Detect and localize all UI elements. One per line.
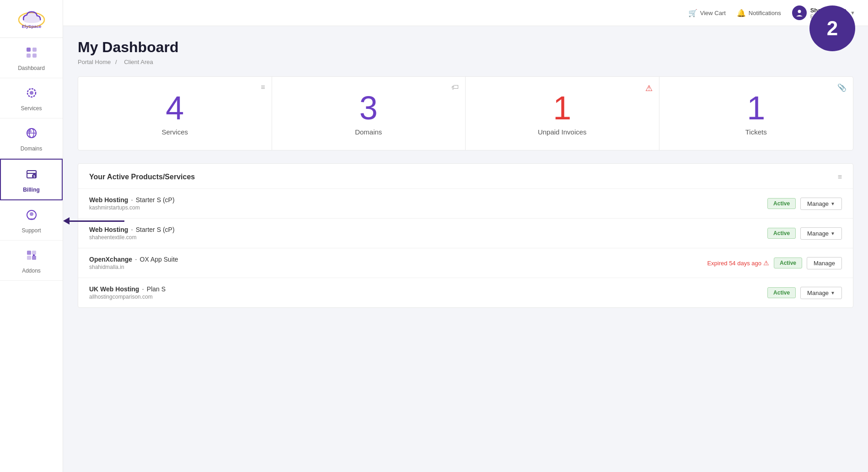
stat-card-domains[interactable]: 🏷 3 Domains (272, 77, 466, 150)
svg-text:$: $ (33, 175, 35, 178)
bell-icon: 🔔 (737, 9, 746, 17)
products-section: Your Active Products/Services ≡ Web Host… (78, 163, 853, 308)
manage-chevron-4: ▼ (830, 290, 835, 295)
svg-point-7 (30, 91, 33, 95)
product-plan-2: Starter S (cP) (136, 226, 175, 233)
svg-rect-22 (32, 256, 36, 260)
notifications-label: Notifications (749, 10, 781, 16)
product-name-2: Web Hosting - Starter S (cP) (89, 226, 767, 233)
sidebar-item-services[interactable]: Services (0, 78, 63, 118)
billing-arrow (63, 217, 124, 225)
breadcrumb-separator: / (115, 59, 117, 65)
warn-icon-3: ⚠ (763, 259, 769, 267)
status-badge-3: Active (774, 257, 802, 268)
product-actions-1: Active Manage ▼ (767, 198, 842, 210)
product-info-1: Web Hosting - Starter S (cP) kashmirstar… (89, 196, 767, 211)
manage-button-3[interactable]: Manage (807, 257, 842, 269)
product-row: Web Hosting - Starter S (cP) shaheentext… (78, 219, 853, 248)
billing-icon: $ (25, 168, 38, 184)
product-domain-1: kashmirstartups.com (89, 204, 767, 211)
product-domain-3: shahidmalla.in (89, 264, 707, 270)
product-info-3: OpenXchange - OX App Suite shahidmalla.i… (89, 256, 707, 270)
product-name-3: OpenXchange - OX App Suite (89, 256, 707, 263)
dashboard-icon (25, 46, 38, 62)
breadcrumb-home[interactable]: Portal Home (78, 59, 111, 65)
breadcrumb-current: Client Area (124, 59, 153, 65)
manage-button-1[interactable]: Manage ▼ (800, 198, 842, 210)
manage-chevron-1: ▼ (830, 201, 835, 206)
logo[interactable]: ElySpace (0, 0, 63, 38)
svg-rect-4 (27, 54, 31, 58)
stat-number-services: 4 (166, 91, 184, 124)
stat-label-invoices: Unpaid Invoices (538, 128, 587, 136)
sidebar-item-label-domains: Domains (21, 145, 42, 152)
domains-icon: www (25, 127, 38, 143)
sidebar-item-label-services: Services (21, 105, 42, 112)
sidebar-item-label-support: Support (21, 227, 41, 234)
manage-button-4[interactable]: Manage ▼ (800, 287, 842, 299)
product-plan-3: OX App Suite (140, 256, 178, 263)
svg-rect-5 (32, 54, 37, 58)
notification-badge[interactable]: 2 (809, 5, 855, 51)
product-name-1: Web Hosting - Starter S (cP) (89, 196, 767, 204)
product-main-4: UK Web Hosting (89, 285, 139, 293)
stat-icon-domains: 🏷 (451, 83, 459, 91)
svg-point-25 (798, 10, 801, 13)
product-row: Web Hosting - Starter S (cP) kashmirstar… (78, 189, 853, 219)
svg-rect-3 (32, 48, 37, 52)
sidebar: ElySpace Dashboard Services (0, 0, 63, 472)
product-main-1: Web Hosting (89, 196, 128, 204)
status-badge-1: Active (767, 198, 796, 209)
view-cart-action[interactable]: 🛒 View Cart (688, 9, 726, 17)
sidebar-item-billing[interactable]: $ Billing (0, 159, 63, 200)
svg-text:ElySpace: ElySpace (21, 24, 41, 29)
sidebar-item-dashboard[interactable]: Dashboard (0, 38, 63, 78)
svg-point-18 (30, 212, 33, 216)
status-badge-2: Active (767, 228, 796, 239)
product-row: OpenXchange - OX App Suite shahidmalla.i… (78, 248, 853, 278)
stat-card-tickets[interactable]: 📎 1 Tickets (659, 77, 853, 150)
svg-rect-2 (27, 48, 31, 52)
stat-card-services[interactable]: ≡ 4 Services (78, 77, 272, 150)
stat-number-domains: 3 (359, 91, 378, 124)
sidebar-item-domains[interactable]: www Domains (0, 118, 63, 159)
breadcrumb: Portal Home / Client Area (78, 59, 853, 65)
sidebar-item-support[interactable]: Support (0, 200, 63, 241)
svg-rect-19 (27, 251, 31, 255)
arrow-head (63, 217, 70, 225)
manage-button-2[interactable]: Manage ▼ (800, 227, 842, 240)
content-area: My Dashboard Portal Home / Client Area ≡… (63, 26, 868, 472)
svg-text:www: www (28, 131, 32, 133)
addons-icon (25, 249, 38, 265)
products-header-icon: ≡ (838, 173, 842, 181)
view-cart-label: View Cart (700, 10, 726, 16)
product-row: UK Web Hosting - Plan S allhostingcompar… (78, 278, 853, 307)
services-icon (25, 86, 38, 102)
user-avatar-icon (792, 5, 807, 20)
product-domain-4: allhostingcomparison.com (89, 294, 767, 300)
sidebar-item-label-dashboard: Dashboard (18, 65, 45, 71)
stat-label-domains: Domains (355, 128, 382, 136)
main-area: 🛒 View Cart 🔔 Notifications Shahid Malla… (63, 0, 868, 472)
cart-icon: 🛒 (688, 9, 697, 17)
notifications-action[interactable]: 🔔 Notifications (737, 9, 781, 17)
manage-chevron-2: ▼ (830, 231, 835, 236)
product-plan-1: Starter S (cP) (136, 196, 175, 204)
stat-card-invoices[interactable]: ⚠ 1 Unpaid Invoices (466, 77, 659, 150)
stat-number-tickets: 1 (747, 91, 765, 124)
products-title: Your Active Products/Services (89, 173, 195, 181)
svg-rect-21 (27, 256, 31, 260)
product-actions-2: Active Manage ▼ (767, 227, 842, 240)
arrow-line (70, 220, 124, 222)
expired-label-3: Expired 54 days ago ⚠ (707, 259, 769, 267)
stat-icon-tickets: 📎 (837, 83, 847, 92)
sidebar-item-label-addons: Addons (22, 268, 41, 274)
page-title: My Dashboard (78, 39, 853, 56)
status-badge-4: Active (767, 287, 796, 298)
product-actions-4: Active Manage ▼ (767, 287, 842, 299)
sidebar-item-label-billing: Billing (23, 187, 40, 193)
alert-icon-invoices: ⚠ (645, 83, 653, 93)
sidebar-item-addons[interactable]: Addons (0, 241, 63, 281)
support-icon (25, 209, 38, 225)
product-name-4: UK Web Hosting - Plan S (89, 285, 767, 293)
